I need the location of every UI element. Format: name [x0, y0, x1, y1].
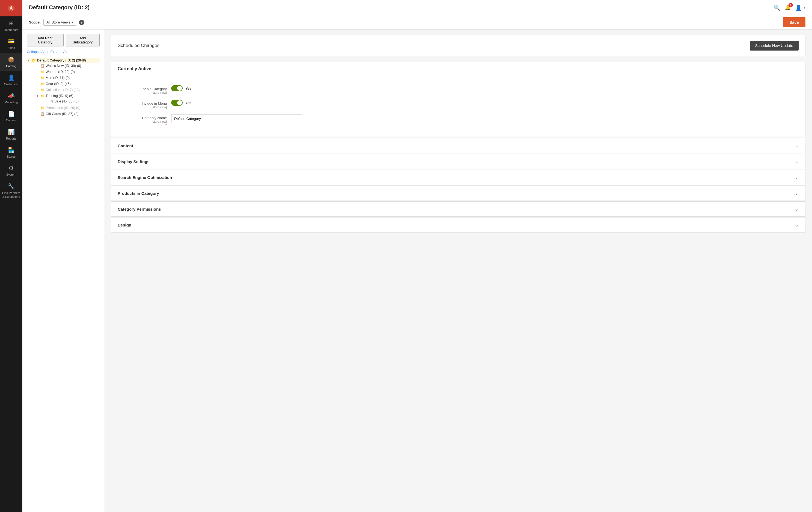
catalog-icon: 📦 [8, 56, 15, 63]
scope-left: Scope: All Store Views ▾ ? [29, 19, 84, 26]
tree-subfolder-icon: 📋 [49, 100, 53, 103]
notification-icon[interactable]: 🔔 4 [785, 5, 791, 11]
sidebar-item-catalog[interactable]: 📦Catalog [0, 53, 22, 71]
page-title: Default Category (ID: 2) [29, 4, 90, 11]
text-input-2[interactable] [171, 114, 302, 123]
tree-row-women[interactable]: 📁Women (ID: 20) (0) [32, 70, 100, 74]
sidebar-item-label: Find Partners & Extensions [1, 191, 21, 199]
content-area: Add Root Category Add Subcategory Collap… [22, 29, 812, 512]
scope-help-icon[interactable]: ? [79, 20, 84, 25]
toggle-label-0: Yes [185, 86, 191, 90]
sidebar-item-marketing[interactable]: 📣Marketing [0, 89, 22, 107]
expand-all-link[interactable]: Expand All [51, 50, 67, 54]
scope-value: All Store Views [47, 20, 70, 24]
scope-select[interactable]: All Store Views ▾ [44, 19, 76, 26]
section-products: Products in Category⌄ [111, 186, 806, 201]
sidebar-item-reports[interactable]: 📊Reports [0, 125, 22, 143]
add-root-category-button[interactable]: Add Root Category [27, 34, 64, 47]
section-toggle-icon-products: ⌄ [794, 190, 799, 196]
notification-badge: 4 [788, 3, 793, 7]
sidebar-item-sales[interactable]: 💳Sales [0, 34, 22, 52]
section-header-permissions[interactable]: Category Permissions⌄ [111, 201, 805, 216]
tree-subfolder-icon: 📁 [40, 94, 45, 98]
sidebar-item-find-partners[interactable]: 🔧Find Partners & Extensions [0, 180, 22, 201]
section-title-seo: Search Engine Optimization [118, 175, 172, 180]
toggle-0[interactable] [171, 85, 183, 91]
section-header-seo[interactable]: Search Engine Optimization⌄ [111, 170, 805, 185]
section-content: Content⌄ [111, 138, 806, 153]
sidebar-item-system[interactable]: ⚙System [0, 161, 22, 179]
system-icon: ⚙ [9, 164, 13, 171]
tree-node-collections: 📁Collections (ID: 7) (13) [32, 87, 100, 93]
tree-row-men[interactable]: 📁Men (ID: 11) (0) [32, 75, 100, 80]
tree-row-default[interactable]: ▼📁Default Category (ID: 2) (2048) [27, 58, 100, 63]
tree-node-default: ▼📁Default Category (ID: 2) (2048)📋What's… [27, 57, 100, 117]
collapse-all-link[interactable]: Collapse All [27, 50, 45, 54]
scope-chevron-icon: ▾ [71, 21, 73, 24]
section-permissions: Category Permissions⌄ [111, 201, 806, 217]
app-logo[interactable]: A [0, 0, 22, 17]
tree-row-gear[interactable]: 📁Gear (ID: 3) (46) [32, 81, 100, 86]
sidebar-item-content[interactable]: 📄Content [0, 107, 22, 125]
tree-row-sale[interactable]: 📋Sale (ID: 38) (0) [36, 99, 100, 104]
section-display-settings: Display Settings⌄ [111, 154, 806, 169]
tree-node-promotions: 📁Promotions (ID: 29) (0) [32, 105, 100, 111]
required-indicator: * [166, 123, 167, 127]
tree-node-label: Gear (ID: 3) (46) [46, 82, 71, 86]
tree-row-gift-cards[interactable]: 📋Gift Cards (ID: 37) (2) [32, 111, 100, 116]
tree-row-training[interactable]: ▼📁Training (ID: 9) (6) [32, 93, 100, 98]
currently-active-title: Currently Active [111, 62, 805, 76]
tree-subfolder-icon: 📁 [40, 70, 45, 74]
customers-icon: 👤 [8, 74, 15, 81]
form-value-2 [171, 114, 302, 123]
collapsible-sections: Content⌄Display Settings⌄Search Engine O… [111, 138, 806, 233]
add-subcategory-button[interactable]: Add Subcategory [66, 34, 100, 47]
sidebar-item-label: Dashboard [4, 28, 19, 32]
sidebar-item-label: Reports [6, 137, 17, 140]
tree-node-label: Women (ID: 20) (0) [46, 70, 75, 74]
sidebar-item-customers[interactable]: 👤Customers [0, 71, 22, 89]
section-title-products: Products in Category [118, 191, 159, 196]
tree-node-label: Collections (ID: 7) (13) [46, 88, 80, 92]
section-header-design[interactable]: Design⌄ [111, 217, 805, 232]
section-header-products[interactable]: Products in Category⌄ [111, 186, 805, 200]
search-icon[interactable]: 🔍 [774, 4, 780, 11]
tree-node-label: Promotions (ID: 29) (0) [46, 106, 80, 110]
schedule-new-update-button[interactable]: Schedule New Update [750, 41, 799, 51]
scheduled-changes-title: Scheduled Changes [118, 43, 160, 48]
sales-icon: 💳 [8, 38, 15, 45]
tree-node-women: 📁Women (ID: 20) (0) [32, 69, 100, 75]
find-partners-icon: 🔧 [8, 183, 15, 190]
tree-node-gear: 📁Gear (ID: 3) (46) [32, 81, 100, 87]
sidebar-item-stores[interactable]: 🏪Stores [0, 143, 22, 161]
section-title-design: Design [118, 223, 131, 227]
sidebar-item-label: Content [6, 118, 17, 122]
tree-row-promotions[interactable]: 📁Promotions (ID: 29) (0) [32, 105, 100, 110]
sidebar-item-dashboard[interactable]: ⊞Dashboard [0, 17, 22, 34]
section-header-display-settings[interactable]: Display Settings⌄ [111, 154, 805, 169]
tree-children: 📋What's New (ID: 39) (0)📁Women (ID: 20) … [27, 63, 100, 117]
reports-icon: 📊 [8, 128, 15, 136]
tree-row-whats-new[interactable]: 📋What's New (ID: 39) (0) [32, 63, 100, 68]
tree-node-label: What's New (ID: 39) (0) [46, 64, 81, 68]
sidebar-item-label: System [6, 173, 17, 177]
currently-active-section: Currently Active Enable Category[store v… [111, 62, 806, 137]
tree-panel: Add Root Category Add Subcategory Collap… [22, 29, 104, 512]
section-title-content: Content [118, 143, 133, 148]
section-toggle-icon-display-settings: ⌄ [794, 159, 799, 164]
scope-bar: Scope: All Store Views ▾ ? Save [22, 15, 812, 29]
toggle-label-1: Yes [185, 101, 191, 105]
tree-row-collections[interactable]: 📁Collections (ID: 7) (13) [32, 87, 100, 92]
user-menu[interactable]: 👤 ▾ [795, 4, 806, 11]
tree-links: Collapse All | Expand All [27, 50, 100, 54]
tree-node-label: Gift Cards (ID: 37) (2) [46, 112, 78, 116]
tree-subfolder-icon: 📁 [40, 88, 45, 92]
toggle-1[interactable] [171, 100, 183, 106]
save-button[interactable]: Save [783, 17, 806, 27]
tree-toggle-icon: ▼ [35, 94, 39, 98]
tree-node-label: Default Category (ID: 2) (2048) [37, 58, 86, 62]
sidebar-item-label: Catalog [6, 64, 17, 68]
stores-icon: 🏪 [8, 146, 15, 154]
sidebar-item-label: Customers [4, 82, 18, 86]
section-header-content[interactable]: Content⌄ [111, 138, 805, 153]
